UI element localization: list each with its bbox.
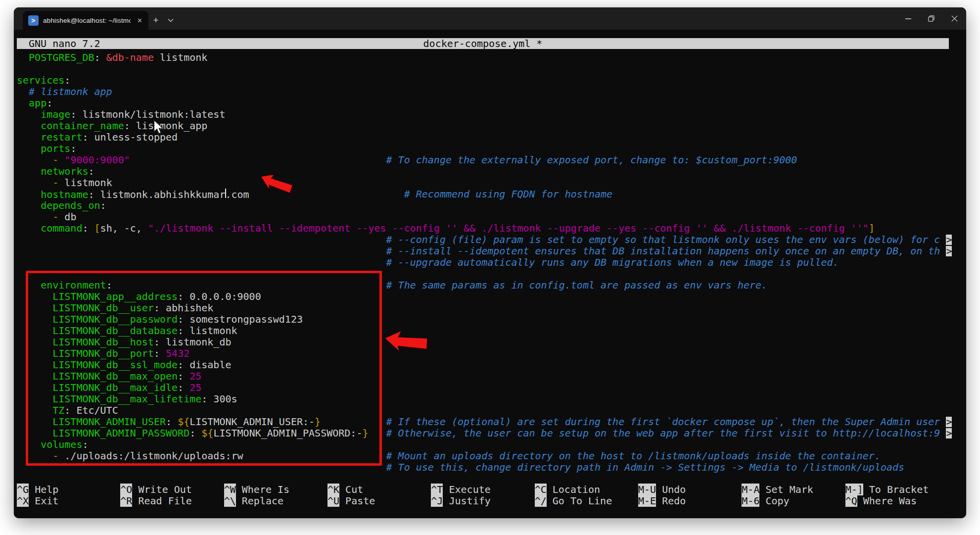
code-line: - "9000:9000"# To change the externally … (17, 154, 952, 166)
inline-comment: # If these (optional) are set during the… (386, 416, 940, 428)
shortcut-hint: ^C Location (535, 484, 638, 495)
terminal-screen[interactable]: GNU nano 7.2 docker-compose.yml * POSTGR… (14, 30, 966, 518)
annotation-arrow-hostname (259, 175, 303, 201)
code-line: networks: (17, 166, 952, 177)
close-icon (951, 15, 958, 22)
chevron-down-icon (168, 18, 174, 22)
nano-help-bar: ^G Help^O Write Out^W Where Is^K Cut^T E… (17, 484, 949, 507)
shortcut-hint: ^U Paste (327, 495, 431, 507)
inline-comment: # The same params as in config.toml are … (386, 280, 768, 291)
shortcut-hint: M-U Undo (638, 484, 742, 495)
inline-comment: # --install --idempotent ensures that DB… (386, 245, 940, 257)
close-button[interactable] (943, 7, 966, 30)
annotation-arrow-environment (384, 331, 435, 358)
annotation-highlight-box (26, 271, 382, 466)
help-row-2: ^X Exit^R Read File^\ Replace^U Paste^J … (17, 495, 949, 507)
restore-button[interactable] (920, 7, 943, 30)
shortcut-hint: M-A Set Mark (742, 484, 845, 495)
shortcut-hint: ^J Justify (431, 495, 534, 507)
mouse-pointer-icon (153, 120, 164, 134)
code-line: services: (17, 75, 952, 86)
shortcut-hint: ^/ Go To Line (535, 495, 638, 507)
minimize-button[interactable] (896, 7, 920, 30)
shortcut-hint: ^Q Where Was (845, 495, 949, 507)
shortcut-hint: ^G Help (17, 484, 120, 495)
minimize-icon (905, 16, 911, 22)
titlebar[interactable]: > abhishek@localhost: ~/listmo ✕ + (14, 7, 966, 30)
inline-comment: # --config (file) param is set to empty … (386, 234, 940, 245)
inline-comment: # Otherwise, the user can be setup on th… (386, 428, 940, 439)
code-line: hostname: listmonk.abhishkkumar.com# Rec… (17, 189, 952, 200)
shortcut-hint: M-6 Copy (742, 495, 845, 507)
code-line: depends_on: (17, 200, 952, 211)
code-line: # --install --idempotent ensures that DB… (17, 245, 952, 257)
code-line: - listmonk (17, 177, 952, 189)
shortcut-hint: ^O Write Out (120, 484, 224, 495)
terminal-window: > abhishek@localhost: ~/listmo ✕ + (14, 7, 966, 518)
tab-title: abhishek@localhost: ~/listmo (43, 17, 131, 24)
line-overflow-marker: > (946, 428, 952, 438)
shortcut-hint: M-] To Bracket (845, 484, 949, 495)
nano-titlebar: GNU nano 7.2 docker-compose.yml * (17, 38, 949, 49)
help-row-1: ^G Help^O Write Out^W Where Is^K Cut^T E… (17, 484, 949, 495)
code-line: # --config (file) param is set to empty … (17, 234, 952, 245)
line-overflow-marker: > (946, 246, 952, 256)
code-line: app: (17, 97, 952, 109)
inline-comment: # Mount an uploads directory on the host… (386, 450, 881, 462)
tab-dropdown-button[interactable] (163, 11, 178, 30)
shortcut-hint: ^K Cut (327, 484, 431, 495)
code-line: command: [sh, -c, "./listmonk --install … (17, 223, 952, 234)
inline-comment: # Recommend using FQDN for hostname (404, 189, 612, 200)
line-overflow-marker: > (946, 235, 952, 245)
shortcut-hint: ^X Exit (17, 495, 120, 507)
shortcut-hint: ^\ Replace (224, 495, 327, 507)
inline-comment: # To change the externally exposed port,… (386, 154, 797, 166)
code-line: ports: (17, 143, 952, 154)
nano-filename-label: docker-compose.yml * (17, 38, 949, 49)
code-line (17, 63, 952, 75)
code-line: image: listmonk/listmonk:latest (17, 109, 952, 120)
code-line: # listmonk app (17, 86, 952, 97)
line-overflow-marker: > (946, 417, 952, 427)
code-line: POSTGRES_DB: &db-name listmonk (17, 52, 952, 63)
window-controls (896, 7, 966, 30)
tab-close-icon[interactable]: ✕ (135, 16, 144, 25)
shortcut-hint: ^R Read File (120, 495, 224, 507)
code-line: # --upgrade automatically runs any DB mi… (17, 257, 952, 268)
restore-icon (928, 15, 934, 22)
shortcut-hint: M-E Redo (638, 495, 742, 507)
inline-comment: # --upgrade automatically runs any DB mi… (386, 257, 839, 268)
inline-comment: # To use this, change directory path in … (386, 462, 905, 473)
powershell-icon: > (28, 15, 39, 26)
shortcut-hint: ^T Execute (431, 484, 534, 495)
shortcut-hint: ^W Where Is (224, 484, 327, 495)
code-line: - db (17, 211, 952, 223)
terminal-tab[interactable]: > abhishek@localhost: ~/listmo ✕ (23, 11, 148, 30)
new-tab-button[interactable]: + (148, 11, 163, 30)
